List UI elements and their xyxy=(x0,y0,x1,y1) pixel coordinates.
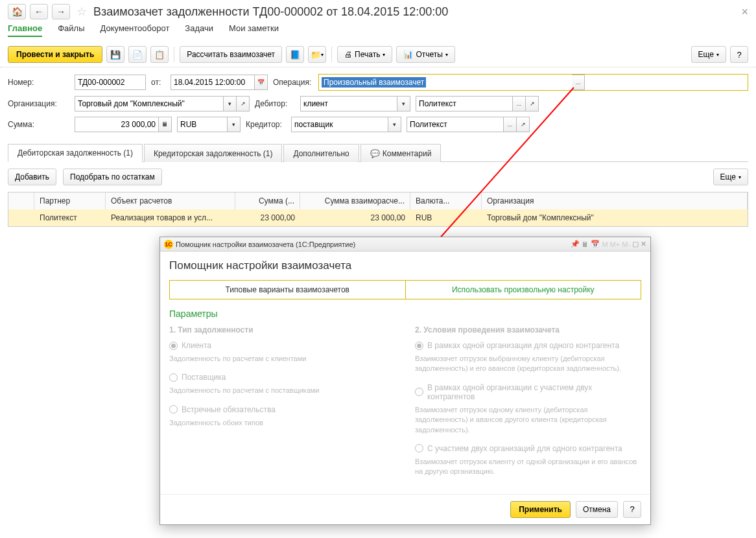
creditor-input[interactable] xyxy=(407,117,504,132)
subtabs: Дебиторская задолженность (1) Кредиторск… xyxy=(8,144,748,162)
radio-cond3-label: С участием двух организаций для одного к… xyxy=(427,444,622,453)
ellipsis-icon[interactable]: ... xyxy=(504,117,517,132)
chevron-down-icon[interactable]: ▾ xyxy=(397,96,410,111)
radio-icon xyxy=(169,342,178,350)
radio-cond1-label: В рамках одной организации для одного ко… xyxy=(427,341,619,350)
subtab-comment[interactable]: 💬Комментарий xyxy=(360,144,442,162)
m-plus-icon[interactable]: M+ xyxy=(610,240,620,248)
chevron-down-icon[interactable]: ▾ xyxy=(388,117,401,132)
calc-button[interactable]: Рассчитать взаимозачет xyxy=(180,46,282,63)
th-partner[interactable]: Партнер xyxy=(34,193,106,209)
save-button[interactable]: 💾 xyxy=(106,46,124,63)
dialog-titlebar[interactable]: 1C Помощник настройки взаимозачета (1С:П… xyxy=(160,237,650,251)
calc-icon[interactable]: 🖩 xyxy=(582,240,589,248)
th-org[interactable]: Организация xyxy=(482,193,748,209)
td-object: Реализация товаров и усл... xyxy=(106,209,235,226)
date-input[interactable] xyxy=(171,75,255,90)
close-icon[interactable]: × xyxy=(741,5,748,19)
print-button[interactable]: 🖨Печать▾ xyxy=(337,46,392,63)
open-icon[interactable]: ↗ xyxy=(517,117,530,132)
m-icon[interactable]: M xyxy=(602,240,608,248)
select-button[interactable]: 📘 xyxy=(286,46,304,63)
post-and-close-button[interactable]: Провести и закрыть xyxy=(8,46,102,63)
org-label: Организация: xyxy=(8,99,69,108)
ellipsis-icon[interactable]: ... xyxy=(513,96,526,111)
th-object[interactable]: Объект расчетов xyxy=(106,193,235,209)
pin-icon[interactable]: 📌 xyxy=(571,240,580,248)
chevron-down-icon[interactable]: ▾ xyxy=(228,117,241,132)
tab-tasks[interactable]: Задачи xyxy=(185,23,213,37)
radio-supplier[interactable]: Поставщика xyxy=(169,373,396,382)
th-sum[interactable]: Сумма (... xyxy=(235,193,300,209)
help-button[interactable]: ? xyxy=(730,46,748,63)
desc-cond3: Взаимозачет отгрузок клиенту от одной ор… xyxy=(415,457,641,477)
forward-button[interactable]: → xyxy=(52,4,70,19)
table-row[interactable]: Политекст Реализация товаров и усл... 23… xyxy=(8,209,748,226)
tab-notes[interactable]: Мои заметки xyxy=(229,23,279,37)
desc-client: Задолженность по расчетам с клиентами xyxy=(169,354,396,364)
help-button[interactable]: ? xyxy=(623,501,641,518)
tab-docflow[interactable]: Документооборот xyxy=(100,23,170,37)
radio-cond2[interactable]: В рамках одной организации с участием дв… xyxy=(415,383,641,401)
actions-row: Добавить Подобрать по остаткам Еще▾ xyxy=(0,162,756,192)
open-icon[interactable]: ↗ xyxy=(526,96,539,111)
pick-button[interactable]: Подобрать по остаткам xyxy=(63,169,162,185)
subtab-creditor-debt[interactable]: Кредиторская задолженность (1) xyxy=(144,144,282,162)
cancel-button[interactable]: Отмена xyxy=(576,501,618,518)
th-sum-offset[interactable]: Сумма взаиморасче... xyxy=(300,193,410,209)
col-debt-type: 1. Тип задолженности Клиента Задолженнос… xyxy=(169,325,396,486)
open-icon[interactable]: ↗ xyxy=(237,96,250,111)
apply-button[interactable]: Применить xyxy=(510,501,571,518)
post-button[interactable]: 📄 xyxy=(128,46,147,63)
data-table: Партнер Объект расчетов Сумма (... Сумма… xyxy=(8,192,748,227)
currency-input[interactable] xyxy=(177,117,228,132)
th-currency[interactable]: Валюта... xyxy=(410,193,482,209)
tab-main[interactable]: Главное xyxy=(8,23,42,37)
calculator-icon[interactable]: 🖩 xyxy=(159,117,172,132)
docflow-button[interactable]: 📋 xyxy=(150,46,169,63)
create-based-button[interactable]: 📁▾ xyxy=(308,46,326,63)
reports-button[interactable]: 📊Отчеты▾ xyxy=(396,46,455,63)
debtor-input[interactable] xyxy=(416,96,513,111)
org-input[interactable] xyxy=(75,96,224,111)
operation-input[interactable]: Произвольный взаимозачет xyxy=(319,75,572,90)
close-icon[interactable]: ✕ xyxy=(641,240,646,248)
tab-files[interactable]: Файлы xyxy=(58,23,84,37)
favorite-icon[interactable]: ☆ xyxy=(77,5,87,19)
m-minus-icon[interactable]: M- xyxy=(622,240,630,248)
subtab-debtor-debt[interactable]: Дебиторская задолженность (1) xyxy=(8,144,143,162)
calendar-icon[interactable]: 📅 xyxy=(255,75,268,90)
creditor-type-input[interactable] xyxy=(291,117,388,132)
maximize-icon[interactable]: ▢ xyxy=(632,240,639,248)
number-label: Номер: xyxy=(8,78,69,87)
radio-cond3[interactable]: С участием двух организаций для одного к… xyxy=(415,444,641,453)
dialog-heading: Помощник настройки взаимозачета xyxy=(169,259,641,272)
table-more-button[interactable]: Еще▾ xyxy=(713,169,748,185)
dialog-footer: Применить Отмена ? xyxy=(160,494,650,524)
dialog-tab-custom[interactable]: Использовать произвольную настройку xyxy=(406,281,641,299)
dialog-tabs: Типовые варианты взаимозачетов Использов… xyxy=(169,280,641,299)
more-button[interactable]: Еще▾ xyxy=(691,46,726,63)
chevron-down-icon[interactable]: ▾ xyxy=(224,96,237,111)
back-button[interactable]: ← xyxy=(30,4,48,19)
radio-client[interactable]: Клиента xyxy=(169,341,396,350)
add-button[interactable]: Добавить xyxy=(8,169,56,185)
number-input[interactable] xyxy=(75,75,146,90)
th-blank xyxy=(8,193,34,209)
calendar-icon[interactable]: 📅 xyxy=(591,240,600,248)
operation-open-icon[interactable]: ... xyxy=(572,75,585,90)
radio-mutual[interactable]: Встречные обязательства xyxy=(169,405,396,414)
home-button[interactable]: 🏠 xyxy=(8,4,26,19)
subtab-additional[interactable]: Дополнительно xyxy=(283,144,359,162)
params-grid: 1. Тип задолженности Клиента Задолженнос… xyxy=(169,325,641,486)
debtor-type-input[interactable] xyxy=(300,96,397,111)
page-title: Взаимозачет задолженности ТД00-000002 от… xyxy=(93,5,448,19)
radio-cond1[interactable]: В рамках одной организации для одного ко… xyxy=(415,341,641,350)
operation-label: Операция: xyxy=(273,78,313,87)
radio-icon xyxy=(415,444,423,452)
dialog-tab-typical[interactable]: Типовые варианты взаимозачетов xyxy=(170,281,406,299)
app-logo-icon: 1C xyxy=(164,240,173,249)
sum-label: Сумма: xyxy=(8,120,69,129)
top-bar: 🏠 ← → ☆ Взаимозачет задолженности ТД00-0… xyxy=(0,0,756,23)
sum-input[interactable] xyxy=(75,117,159,132)
